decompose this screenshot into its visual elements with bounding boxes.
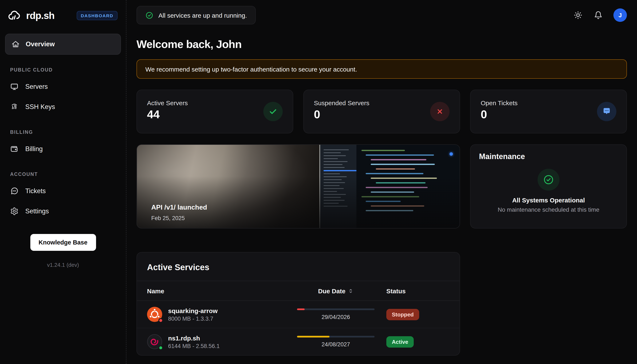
chat-bubble-icon <box>10 187 19 195</box>
message-icon <box>597 102 616 121</box>
stat-value: 0 <box>481 108 616 121</box>
status-badge: Stopped <box>386 309 419 320</box>
sidebar-item-overview[interactable]: Overview <box>5 34 121 55</box>
status-text: All services are up and running. <box>158 12 247 19</box>
monitor-icon <box>10 82 19 91</box>
page-title: Welcome back, John <box>136 38 627 51</box>
news-card[interactable]: API /v1/ launched Feb 25, 2025 <box>136 144 460 228</box>
news-scrim <box>137 176 460 228</box>
x-icon <box>430 102 450 121</box>
sidebar-item-label: Servers <box>25 83 48 90</box>
active-services-card: Active Services Name Due Date Status <box>136 252 460 356</box>
wallet-icon <box>10 145 19 153</box>
maintenance-card: Maintenance All Systems Operational No m… <box>470 144 627 228</box>
app-root: rdp.sh DASHBOARD Overview PUBLIC CLOUD <box>0 0 637 364</box>
sidebar-item-label: Settings <box>25 208 49 215</box>
active-services-title: Active Services <box>137 252 460 281</box>
two-factor-warning-banner: We recommend setting up two-factor authe… <box>136 59 627 79</box>
avatar[interactable]: J <box>613 8 627 22</box>
due-progress-fill <box>297 336 330 338</box>
news-date: Feb 25, 2025 <box>151 215 185 221</box>
maintenance-note: No maintenance scheduled at this time <box>498 206 599 213</box>
stat-label: Active Servers <box>147 99 283 106</box>
sidebar-item-ssh-keys[interactable]: SSH Keys <box>0 97 126 117</box>
middle-row: API /v1/ launched Feb 25, 2025 Maintenan… <box>136 144 627 228</box>
sidebar-item-label: Tickets <box>25 187 46 195</box>
dashboard-badge: DASHBOARD <box>77 11 118 20</box>
app-title: rdp.sh <box>26 10 55 21</box>
server-state-dot <box>158 346 163 350</box>
knowledge-base-button[interactable]: Knowledge Base <box>30 234 96 251</box>
check-circle-icon <box>145 11 153 19</box>
bell-icon <box>594 11 602 19</box>
sidebar-item-servers[interactable]: Servers <box>0 76 126 97</box>
column-header-name: Name <box>147 287 285 294</box>
section-title: ACCOUNT <box>0 172 126 177</box>
sun-icon <box>574 11 582 19</box>
stat-value: 0 <box>314 108 450 121</box>
sidebar-item-label: Billing <box>25 145 43 153</box>
sidebar-item-label: Overview <box>26 40 55 48</box>
sort-icon <box>348 288 353 294</box>
section-title: BILLING <box>0 130 126 135</box>
due-progress-track <box>297 336 374 338</box>
gear-icon <box>10 207 19 216</box>
stat-card-active-servers[interactable]: Active Servers 44 <box>136 90 293 134</box>
stat-card-suspended-servers[interactable]: Suspended Servers 0 <box>303 90 460 134</box>
due-date: 24/08/2027 <box>321 341 350 348</box>
maintenance-status: All Systems Operational <box>512 196 585 204</box>
carousel-dot[interactable] <box>450 152 453 156</box>
column-header-status: Status <box>386 287 450 294</box>
due-progress-fill <box>297 308 305 310</box>
theme-toggle-button[interactable] <box>573 10 583 20</box>
news-title: API /v1/ launched <box>151 204 207 211</box>
table-row[interactable]: squarking-arrow 8000 MB - 1.3.3.7 29/04/… <box>137 301 460 328</box>
notifications-button[interactable] <box>593 10 603 20</box>
sidebar-item-label: SSH Keys <box>25 103 55 111</box>
topbar: All services are up and running. <box>126 0 637 24</box>
system-status-pill[interactable]: All services are up and running. <box>136 6 256 24</box>
check-icon <box>263 102 283 121</box>
sidebar: rdp.sh DASHBOARD Overview PUBLIC CLOUD <box>0 0 126 364</box>
due-progress-track <box>297 308 374 310</box>
section-billing: BILLING Billing <box>0 130 126 159</box>
service-name: ns1.rdp.sh <box>168 334 220 342</box>
services-table-header: Name Due Date Status <box>137 281 460 301</box>
version-label: v1.24.1 (dev) <box>0 262 126 268</box>
stats-row: Active Servers 44 Suspended Servers 0 <box>136 90 627 134</box>
stat-value: 44 <box>147 108 283 121</box>
service-name: squarking-arrow <box>168 307 218 314</box>
cloud-logo-icon <box>7 9 22 22</box>
operational-check-icon <box>538 169 559 191</box>
stat-card-open-tickets[interactable]: Open Tickets 0 <box>470 90 627 134</box>
due-date: 29/04/2026 <box>321 314 350 320</box>
status-badge: Active <box>386 336 414 348</box>
sidebar-item-billing[interactable]: Billing <box>0 139 126 159</box>
service-spec: 6144 MB - 2.58.56.1 <box>168 343 220 349</box>
column-header-due-date[interactable]: Due Date <box>285 287 386 294</box>
section-title: PUBLIC CLOUD <box>0 67 126 72</box>
section-public-cloud: PUBLIC CLOUD Servers <box>0 67 126 117</box>
maintenance-title: Maintenance <box>479 152 618 161</box>
sidebar-item-tickets[interactable]: Tickets <box>0 181 126 201</box>
main-content: All services are up and running. <box>126 0 637 364</box>
stat-label: Suspended Servers <box>314 99 450 106</box>
server-state-dot <box>158 318 163 323</box>
sidebar-item-settings[interactable]: Settings <box>0 201 126 221</box>
table-row[interactable]: ns1.rdp.sh 6144 MB - 2.58.56.1 24/08/202… <box>137 328 460 355</box>
stat-label: Open Tickets <box>481 99 616 106</box>
service-spec: 8000 MB - 1.3.3.7 <box>168 316 218 322</box>
fingerprint-icon <box>10 103 19 111</box>
home-icon <box>11 40 20 48</box>
logo-row: rdp.sh DASHBOARD <box>0 0 126 22</box>
section-account: ACCOUNT Tickets <box>0 172 126 221</box>
